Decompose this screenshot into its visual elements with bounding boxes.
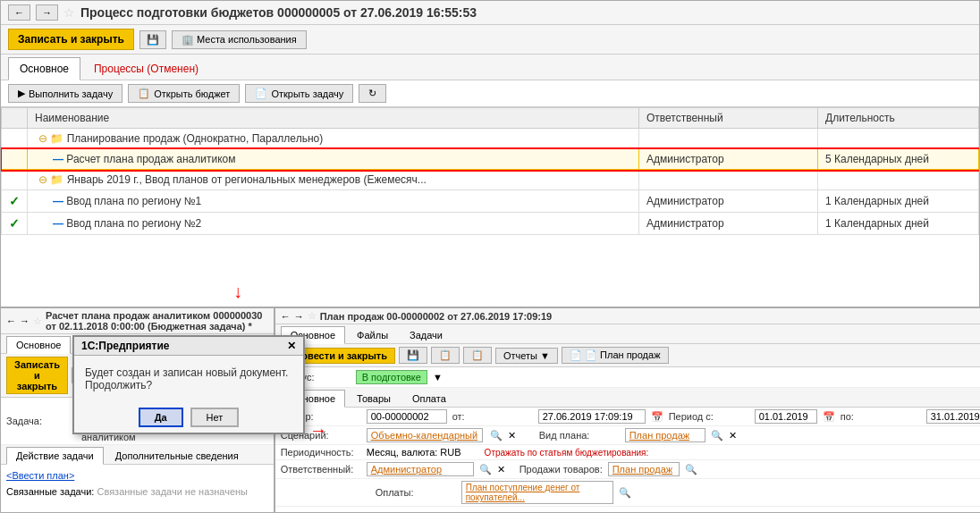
tab-osnovnoe[interactable]: Основное <box>8 57 80 80</box>
left-panel-tab-basic[interactable]: Основное <box>6 336 71 354</box>
dialog-no-button[interactable]: Нет <box>190 408 240 427</box>
right-plan-sales-button[interactable]: 📄 📄 План продаж <box>562 347 669 364</box>
main-toolbar: Записать и закрыть 💾 🏢 Места использован… <box>1 25 979 55</box>
task-label: Задача: <box>6 416 78 426</box>
tab-processes[interactable]: Процессы (Отменен) <box>82 57 210 80</box>
open-budget-icon: 📋 <box>138 88 150 99</box>
enter-plan-link[interactable]: <Ввести план> <box>6 470 74 481</box>
row-responsible: Администратор <box>639 213 818 235</box>
plan-sales-label: 📄 План продаж <box>585 349 660 360</box>
plan-type-input[interactable]: План продаж <box>625 428 705 442</box>
left-panel-nav-back[interactable]: ← <box>6 315 16 326</box>
title-bar: ← → ☆ Процесс подготовки бюджетов 000000… <box>1 1 979 25</box>
right-panel-tabs: Основное Файлы Задачи <box>275 324 980 344</box>
number-date-row: Номер: 00-00000002 от: 27.06.2019 17:09:… <box>275 408 980 426</box>
subgroup-name: Январь 2019 г., Ввод планов от региональ… <box>67 173 427 186</box>
table-row[interactable]: ✓ — Ввод плана по региону №1 Администрат… <box>2 190 979 213</box>
scenario-clear-icon[interactable]: ✕ <box>508 430 516 442</box>
payments-lookup-icon[interactable]: 🔍 <box>619 487 631 499</box>
row-responsible: Администратор <box>639 190 818 213</box>
sales-reflect-input[interactable]: План продаж <box>608 462 680 476</box>
usage-icon: 🏢 <box>182 34 194 45</box>
right-section-tab-payment[interactable]: Оплата <box>402 390 456 407</box>
right-panel: ← → ☆ План продаж 00-00000002 от 27.06.2… <box>275 308 980 512</box>
left-save-close-button[interactable]: Записать и закрыть <box>6 357 68 394</box>
check-icon: ✓ <box>9 194 20 208</box>
table-row[interactable]: ✓ — Ввод плана по региону №2 Администрат… <box>2 213 979 235</box>
plan-type-clear-icon[interactable]: ✕ <box>729 430 737 442</box>
table-row[interactable]: ⊖ 📁 Планирование продаж (Однократно, Пар… <box>2 129 979 149</box>
left-panel-content: <Ввести план> Связанные задачи: Связанны… <box>1 465 274 512</box>
dialog-yes-button[interactable]: Да <box>139 408 183 427</box>
sales-reflect-lookup-icon[interactable]: 🔍 <box>685 464 697 475</box>
left-panel-star-icon[interactable]: ☆ <box>33 315 42 327</box>
dialog-body: Будет создан и записан новый документ. П… <box>74 356 303 402</box>
right-panel-content: Номер: 00-00000002 от: 27.06.2019 17:09:… <box>275 408 980 512</box>
open-budget-button[interactable]: 📋 Открыть бюджет <box>128 84 240 103</box>
table-row[interactable]: — Расчет плана продаж аналитиком Админис… <box>2 149 979 170</box>
table-row[interactable]: ⊖ 📁 Январь 2019 г., Ввод планов от регио… <box>2 170 979 190</box>
status-dropdown-icon[interactable]: ▼ <box>433 372 443 383</box>
group-name: Планирование продаж (Однократно, Паралле… <box>67 132 324 145</box>
responsible-lookup-icon[interactable]: 🔍 <box>479 464 492 475</box>
dialog-buttons: Да Нет <box>74 402 303 433</box>
usage-button[interactable]: 🏢 Места использования <box>172 30 307 49</box>
plan-type-lookup-icon[interactable]: 🔍 <box>711 430 723 442</box>
row-name: — Расчет плана продаж аналитиком <box>28 149 639 170</box>
dash-icon: — <box>53 217 63 230</box>
period-from-input[interactable]: 01.01.2019 <box>755 409 817 424</box>
nav-forward-button[interactable]: → <box>36 4 58 21</box>
folder-icon: ⊖ 📁 <box>38 173 63 186</box>
open-task-label: Открыть задачу <box>271 88 343 99</box>
right-tab-files[interactable]: Файлы <box>347 326 398 343</box>
scenario-input[interactable]: Объемно-календарный <box>367 428 483 442</box>
row-duration: 5 Календарных дней <box>818 149 979 170</box>
left-panel-nav-forward[interactable]: → <box>20 315 30 326</box>
left-section-tabs: Действие задачи Дополнительные сведения <box>1 445 274 465</box>
right-reports-button[interactable]: Отчеты ▼ <box>495 348 558 364</box>
check-icon: ✓ <box>9 216 20 231</box>
scenario-lookup-icon[interactable]: 🔍 <box>490 430 503 442</box>
right-btn4[interactable]: 📋 <box>463 347 492 364</box>
dialog-close-icon[interactable]: ✕ <box>287 340 296 352</box>
usage-label: Места использования <box>197 34 297 45</box>
right-arrow-icon: → <box>309 420 327 441</box>
period-from-pick-icon[interactable]: 📅 <box>823 411 835 423</box>
payments-input[interactable]: План поступление денег от покупателей... <box>461 481 613 504</box>
row-name: — Ввод плана по региону №2 <box>28 213 639 235</box>
row-check <box>2 149 28 170</box>
periodicity-label: Периодичность: <box>281 447 361 458</box>
number-value-box: 00-00000002 <box>367 409 447 424</box>
right-tab-tasks[interactable]: Задачи <box>400 326 452 343</box>
right-section-tab-goods[interactable]: Товары <box>347 390 401 407</box>
star-icon[interactable]: ☆ <box>63 5 75 20</box>
date-input[interactable]: 27.06.2019 17:09:19 <box>538 409 646 424</box>
save-close-button[interactable]: Записать и закрыть <box>8 29 134 50</box>
right-btn3[interactable]: 📋 <box>431 347 460 364</box>
right-btn2[interactable]: 💾 <box>399 347 427 364</box>
dash-icon: — <box>53 153 63 165</box>
date-picker-icon[interactable]: 📅 <box>651 411 663 423</box>
linked-tasks-value: Связанные задачи не назначены <box>97 486 248 497</box>
refresh-button[interactable]: ↻ <box>359 84 386 103</box>
left-section-tab-action[interactable]: Действие задачи <box>6 447 104 465</box>
right-panel-nav-forward[interactable]: → <box>294 311 304 322</box>
nav-back-button[interactable]: ← <box>8 4 30 21</box>
period-to-input[interactable]: 31.01.2019 <box>926 409 980 424</box>
execute-task-button[interactable]: ▶ Выполнить задачу <box>8 84 122 103</box>
responsible-label: Ответственный: <box>281 464 361 475</box>
sales-reflect-label: Продажи товаров: <box>520 464 603 475</box>
row-duration: 1 Календарных дней <box>818 190 979 213</box>
responsible-clear-icon[interactable]: ✕ <box>497 464 505 475</box>
periodicity-value: Месяц, валюта: RUB <box>367 447 461 458</box>
responsible-input[interactable]: Администратор <box>367 462 474 476</box>
number-input[interactable]: 00-00000002 <box>367 409 447 424</box>
open-budget-label: Открыть бюджет <box>154 88 230 99</box>
plan-type-label: Вид плана: <box>539 430 620 441</box>
right-panel-star-icon[interactable]: ☆ <box>308 310 317 322</box>
responsible-row: Ответственный: Администратор 🔍 ✕ Продажи… <box>275 460 980 479</box>
open-task-button[interactable]: 📄 Открыть задачу <box>245 84 353 103</box>
left-section-tab-details[interactable]: Дополнительные сведения <box>106 447 249 464</box>
save-icon-button[interactable]: 💾 <box>139 30 166 49</box>
right-panel-nav-back[interactable]: ← <box>281 311 291 322</box>
